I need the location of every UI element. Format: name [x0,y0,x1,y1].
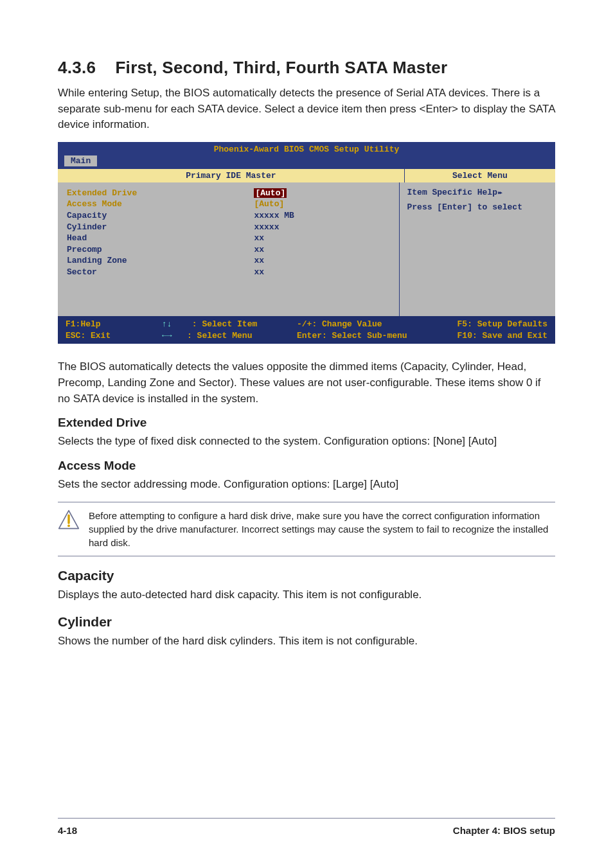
bios-row-value: xx [254,233,389,244]
bios-row: Extended Drive[Auto] [67,188,390,199]
bios-row-value: xxxxx [254,222,389,233]
capacity-body: Displays the auto-detected hard disk cap… [58,587,555,603]
bios-row-value: xx [254,267,389,278]
after-bios-paragraph: The BIOS automatically detects the value… [58,359,555,407]
bios-left-header: Primary IDE Master [58,169,405,182]
cylinder-heading: Cylinder [58,614,555,630]
bios-row-label: Precomp [67,244,254,256]
bios-row-label: Sector [67,267,254,278]
foot-submenu: Enter: Select Sub-menu [297,330,441,342]
bios-right-header: Select Menu [405,169,555,182]
bios-row-label: Access Mode [67,199,254,210]
bios-settings-pane: Extended Drive[Auto]Access Mode[Auto]Cap… [58,182,400,316]
section-number: 4.3.6 [58,58,96,77]
bios-body: Extended Drive[Auto]Access Mode[Auto]Cap… [58,182,555,316]
bios-row: Cylinderxxxxx [67,222,390,233]
foot-select-menu: : Select Menu [187,331,252,341]
section-intro: While entering Setup, the BIOS automatic… [58,85,555,133]
chevron-right-icon: ▸▸ [497,189,501,197]
page-footer: 4-18 Chapter 4: BIOS setup [58,818,555,836]
caution-icon [58,509,80,549]
bios-screenshot: Phoenix-Award BIOS CMOS Setup Utility Ma… [58,142,555,344]
access-mode-body: Sets the sector addressing mode. Configu… [58,477,555,493]
bios-tab-row: Main [58,155,555,169]
extended-drive-heading: Extended Drive [58,416,555,430]
foot-defaults: F5: Setup Defaults [441,319,547,330]
bios-row: Sector xx [67,267,390,278]
bios-row-label: Head [67,233,254,244]
foot-select-item: : Select Item [192,319,257,329]
bios-row-value: [Auto] [254,188,389,199]
help-body: Press [Enter] to select [407,202,547,212]
bios-row-label: Capacity [67,210,254,222]
access-mode-heading: Access Mode [58,459,555,473]
foot-save-exit: F10: Save and Exit [441,330,547,342]
foot-change-value: -/+: Change Value [297,319,441,330]
bios-help-pane: Item Specific Help▸▸ Press [Enter] to se… [400,182,555,316]
foot-help: F1:Help [66,319,162,330]
bios-panel-headers: Primary IDE Master Select Menu [58,169,555,182]
page-number: 4-18 [58,825,77,836]
section-heading: 4.3.6 First, Second, Third, Fourth SATA … [58,58,555,78]
bios-row-value: xx [254,255,389,267]
bios-row: Head xx [67,233,390,244]
bios-row-value: xxxxx MB [254,210,389,222]
bios-row: Landing Zone xx [67,255,390,267]
bios-row: Capacityxxxxx MB [67,210,390,222]
section-title-text: First, Second, Third, Fourth SATA Master [115,58,447,77]
bios-row-label: Landing Zone [67,255,254,267]
bios-row: Precomp xx [67,244,390,256]
cylinder-body: Shows the number of the hard disk cylind… [58,633,555,650]
capacity-heading: Capacity [58,568,555,583]
bios-row-value: xx [254,244,389,256]
bios-row-label: Cylinder [67,222,254,233]
bios-row-value: [Auto] [254,199,389,210]
bios-row: Access Mode[Auto] [67,199,390,210]
bios-tab-main: Main [64,155,97,166]
foot-exit: ESC: Exit [66,330,162,342]
bios-footer: F1:Help ↑↓ : Select Item -/+: Change Val… [58,316,555,344]
bios-row-label: Extended Drive [67,188,254,199]
chapter-label: Chapter 4: BIOS setup [453,825,555,836]
bios-title: Phoenix-Award BIOS CMOS Setup Utility [58,142,555,155]
extended-drive-body: Selects the type of fixed disk connected… [58,434,555,450]
help-heading: Item Specific Help [407,188,497,197]
caution-note: Before attempting to configure a hard di… [58,502,555,556]
caution-text: Before attempting to configure a hard di… [89,509,550,549]
svg-point-2 [67,524,70,527]
